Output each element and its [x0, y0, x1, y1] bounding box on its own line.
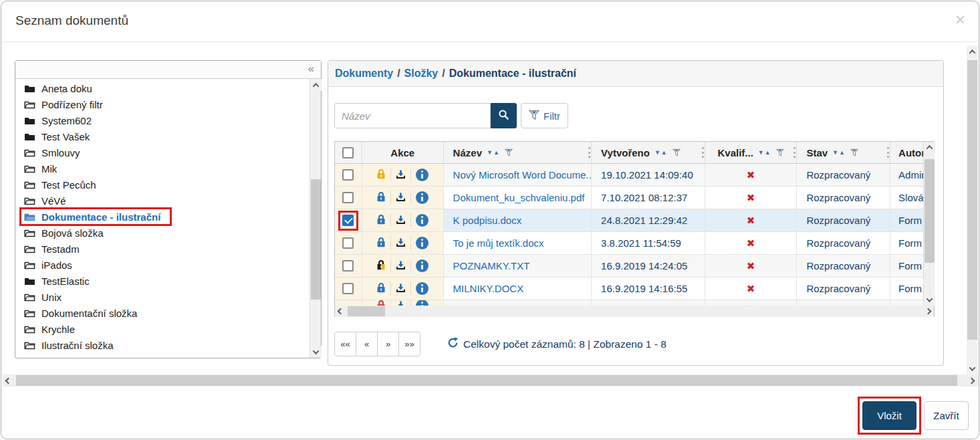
scroll-down-button[interactable]: [967, 362, 978, 374]
column-header-nazev[interactable]: Název▼▲: [444, 142, 592, 164]
lock-icon[interactable]: [376, 169, 386, 181]
column-header-stav[interactable]: Stav▼▲: [797, 142, 890, 164]
document-name[interactable]: POZNAMKY.TXT: [444, 255, 592, 278]
column-header-vytvoreno[interactable]: Vytvořeno▼▲: [592, 142, 705, 164]
download-icon[interactable]: [396, 192, 406, 204]
document-name[interactable]: To je můj textík.docx: [444, 232, 592, 255]
table-row[interactable]: MILNIKY.DOCX 16.9.2019 14:16:55 ✖ Rozpra…: [335, 278, 934, 300]
collapse-panel-icon[interactable]: «: [308, 62, 314, 76]
tree-item[interactable]: Smlouvy: [15, 144, 310, 160]
breadcrumb-link-dokumenty[interactable]: Dokumenty: [335, 68, 393, 80]
tree-item-selected[interactable]: Dokumentace - ilustrační: [15, 209, 310, 225]
row-checkbox-checked[interactable]: [342, 215, 354, 226]
sort-icons[interactable]: ▼▲: [487, 149, 500, 156]
search-input[interactable]: [334, 103, 491, 128]
tree-item[interactable]: Test Vašek: [15, 128, 310, 144]
close-button[interactable]: Zavřít: [924, 401, 969, 430]
tree-item[interactable]: Aneta doku: [15, 80, 310, 96]
table-vertical-scrollbar[interactable]: [923, 142, 935, 306]
table-horizontal-scrollbar[interactable]: [335, 306, 934, 317]
tree-item[interactable]: System602: [15, 112, 310, 128]
column-filter-icon[interactable]: [505, 147, 513, 158]
sort-icons[interactable]: ▼▲: [654, 149, 668, 156]
previous-page-button[interactable]: «: [356, 332, 378, 356]
tree-item-partial[interactable]: [15, 353, 310, 357]
download-icon[interactable]: [396, 215, 406, 227]
scroll-right-button[interactable]: [923, 306, 934, 317]
tree-item[interactable]: Test Pecůch: [15, 177, 310, 193]
scrollbar-thumb[interactable]: [348, 306, 385, 316]
info-icon[interactable]: [416, 259, 428, 272]
tree-item[interactable]: VéVé: [15, 193, 310, 209]
tree-item[interactable]: Krychle: [15, 321, 310, 337]
sort-icons[interactable]: ▼▲: [758, 149, 771, 156]
tree-item[interactable]: Bojová složka: [15, 225, 310, 241]
lock-icon[interactable]: [376, 259, 386, 272]
column-filter-icon[interactable]: [776, 147, 784, 158]
scrollbar-thumb[interactable]: [925, 159, 935, 263]
table-row[interactable]: To je můj textík.docx 3.8.2021 11:54:59 …: [335, 232, 934, 255]
table-row[interactable]: POZNAMKY.TXT 16.9.2019 14:24:05 ✖ Rozpra…: [335, 255, 934, 278]
scroll-up-button[interactable]: [967, 45, 978, 58]
column-filter-icon[interactable]: [672, 147, 681, 158]
info-icon[interactable]: [416, 282, 428, 295]
table-row[interactable]: Dokument_ku_schvaleniu.pdf 7.10.2021 08:…: [335, 187, 934, 209]
search-button[interactable]: [491, 103, 517, 128]
tree-item[interactable]: Mik: [15, 160, 310, 177]
first-page-button[interactable]: ««: [334, 332, 356, 356]
tree-item[interactable]: Unix: [15, 289, 310, 305]
scroll-up-button[interactable]: [310, 79, 322, 91]
column-header-kvalif[interactable]: Kvalif...▼▲: [705, 142, 798, 164]
download-icon[interactable]: [396, 283, 406, 295]
tree-item[interactable]: Podřízený filtr: [15, 96, 310, 112]
info-icon[interactable]: [416, 191, 428, 204]
document-name[interactable]: K podpisu.docx: [444, 209, 592, 232]
info-icon[interactable]: [416, 237, 428, 249]
refresh-icon[interactable]: [447, 337, 459, 351]
close-icon[interactable]: ×: [955, 11, 965, 28]
scroll-down-button[interactable]: [310, 346, 322, 358]
tree-scrollbar[interactable]: [310, 79, 321, 358]
table-row-selected[interactable]: K podpisu.docx 24.8.2021 12:29:42 ✖ Rozp…: [335, 209, 934, 232]
scrollbar-thumb[interactable]: [967, 60, 977, 340]
download-icon[interactable]: [396, 237, 406, 249]
last-page-button[interactable]: »»: [398, 332, 420, 356]
scroll-up-button[interactable]: [924, 142, 935, 153]
modal-vertical-scrollbar[interactable]: [967, 45, 978, 374]
row-checkbox[interactable]: [342, 260, 354, 271]
lock-icon[interactable]: [376, 191, 386, 204]
tree-item[interactable]: iPados: [15, 257, 310, 273]
document-name[interactable]: Nový Microsoft Word Docume...: [444, 164, 592, 187]
row-checkbox[interactable]: [342, 169, 354, 181]
download-icon[interactable]: [396, 260, 406, 272]
sort-icons[interactable]: ▼▲: [832, 149, 846, 156]
lock-icon[interactable]: [376, 214, 386, 227]
lock-icon[interactable]: [376, 282, 386, 295]
tree-item[interactable]: Testadm: [15, 241, 310, 257]
column-filter-icon[interactable]: [850, 147, 858, 158]
scroll-left-button[interactable]: [3, 374, 14, 387]
document-name[interactable]: MILNIKY.DOCX: [444, 278, 592, 300]
document-name[interactable]: Dokument_ku_schvaleniu.pdf: [444, 187, 592, 209]
scroll-left-button[interactable]: [335, 306, 346, 317]
table-row[interactable]: Nový Microsoft Word Docume... 19.10.2021…: [335, 164, 934, 187]
lock-icon[interactable]: [376, 237, 386, 249]
row-checkbox[interactable]: [342, 283, 354, 294]
tree-item[interactable]: Dokumentační složka: [15, 305, 310, 321]
scroll-down-button[interactable]: [924, 294, 935, 306]
breadcrumb-link-slozky[interactable]: Složky: [404, 68, 439, 80]
row-checkbox[interactable]: [342, 237, 354, 249]
download-icon[interactable]: [396, 169, 406, 181]
info-icon[interactable]: [416, 169, 428, 181]
scrollbar-thumb[interactable]: [311, 179, 321, 300]
scrollbar-thumb[interactable]: [16, 375, 957, 386]
tree-item[interactable]: TestElastic: [15, 273, 310, 289]
table-row-partial[interactable]: ✖: [335, 300, 934, 306]
select-all-checkbox[interactable]: [342, 147, 354, 158]
row-checkbox[interactable]: [342, 192, 354, 203]
info-icon[interactable]: [416, 214, 428, 227]
scroll-right-button[interactable]: [966, 374, 977, 387]
filter-button[interactable]: Filtr: [521, 103, 568, 128]
tree-item[interactable]: Ilustrační složka: [15, 337, 310, 353]
modal-horizontal-scrollbar[interactable]: [3, 374, 979, 387]
